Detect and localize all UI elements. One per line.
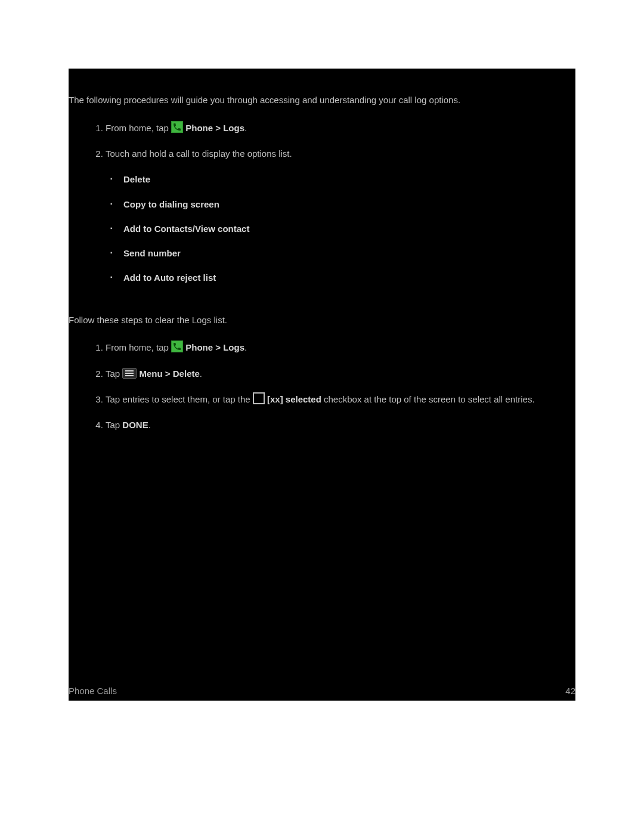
step-text: From home, tap — [106, 123, 171, 133]
procedure-list-1: From home, tap Phone > Logs. Touch and h… — [69, 121, 575, 285]
list-item: From home, tap Phone > Logs. — [106, 340, 575, 354]
list-item: Tap Menu > Delete. — [106, 367, 575, 380]
menu-icon — [122, 368, 137, 379]
document-body: The following procedures will guide you … — [69, 69, 575, 701]
period: . — [244, 342, 247, 352]
period: . — [200, 368, 202, 379]
selected-label: [xx] selected — [265, 394, 321, 404]
done-label: DONE — [122, 420, 148, 430]
procedure-list-2: From home, tap Phone > Logs. Tap Menu > … — [69, 340, 575, 432]
checkbox-icon — [253, 392, 265, 404]
intro-paragraph: The following procedures will guide you … — [69, 94, 575, 107]
nav-path: Menu > Delete — [137, 368, 199, 379]
step-text: Tap — [106, 368, 122, 379]
section-clear-logs: Follow these steps to clear the Logs lis… — [69, 314, 575, 432]
footer-section-title: Phone Calls — [69, 686, 117, 696]
option-add-contacts: Add to Contacts/View contact — [123, 222, 575, 236]
footer-page-number: 42 — [565, 686, 575, 696]
list-item: From home, tap Phone > Logs. — [106, 121, 575, 135]
option-copy-dialing: Copy to dialing screen — [123, 197, 575, 211]
option-send-number: Send number — [123, 246, 575, 260]
step-text: Tap entries to select them, or tap the — [106, 394, 253, 404]
step-text: Touch and hold a call to display the opt… — [106, 148, 292, 159]
nav-path: Phone > Logs — [183, 123, 244, 133]
list-item: Tap entries to select them, or tap the [… — [106, 392, 575, 406]
period: . — [148, 420, 151, 430]
step-text: Tap — [106, 420, 122, 430]
step-text: checkbox at the top of the screen to sel… — [321, 394, 535, 404]
list-item: Tap DONE. — [106, 418, 575, 432]
step-text: From home, tap — [106, 342, 171, 352]
nav-path: Phone > Logs — [183, 342, 244, 352]
period: . — [244, 123, 247, 133]
phone-icon — [171, 121, 183, 133]
list-item: Touch and hold a call to display the opt… — [106, 147, 575, 285]
page-footer: Phone Calls 42 — [69, 686, 575, 696]
intro-paragraph-2: Follow these steps to clear the Logs lis… — [69, 314, 575, 327]
page: The following procedures will guide you … — [0, 0, 644, 833]
options-sublist: Delete Copy to dialing screen Add to Con… — [106, 172, 575, 284]
option-auto-reject: Add to Auto reject list — [123, 271, 575, 284]
option-delete: Delete — [123, 172, 575, 186]
phone-icon — [171, 340, 183, 352]
